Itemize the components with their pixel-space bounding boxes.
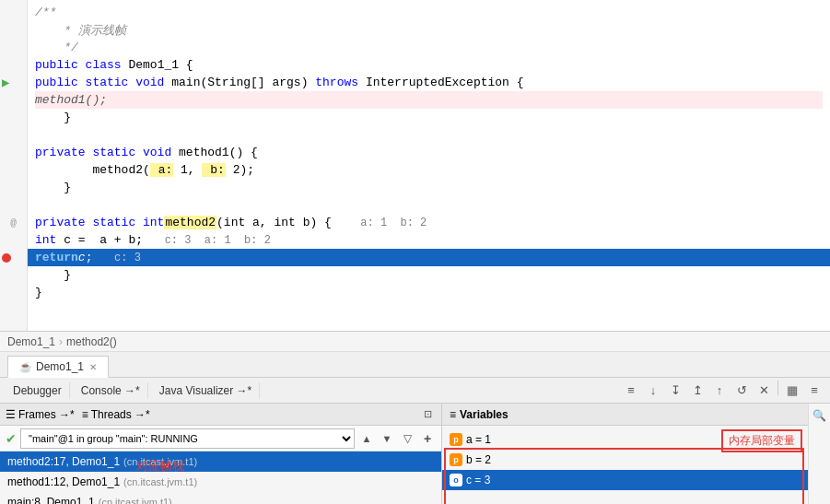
thread-running-icon: ✔ <box>6 431 17 446</box>
thread-down-btn[interactable]: ▼ <box>379 430 395 447</box>
thread-selector-row: ✔ "main"@1 in group "main": RUNNING ▲ ▼ … <box>0 426 441 451</box>
gutter-line-0 <box>0 4 27 21</box>
var-label-0: a = 1 <box>466 433 491 446</box>
thread-up-btn[interactable]: ▲ <box>358 430 375 447</box>
frames-label: Frames →* <box>18 408 75 421</box>
breadcrumb-part1: Demo1_1 <box>7 335 55 348</box>
gutter-line-11 <box>0 196 27 214</box>
toolbar-btn-stop[interactable]: ✕ <box>754 381 774 401</box>
variables-list: pa = 1pb = 2oc = 3 <box>442 426 830 504</box>
tab-java-visualizer[interactable]: Java Visualizer →* <box>152 382 261 399</box>
frame-item-0[interactable]: method2:17, Demo1_1 (cn.itcast.jvm.t1) <box>0 451 441 472</box>
gutter-line-3 <box>0 56 27 74</box>
code-line-4: public static void main(String[] args) t… <box>35 74 823 91</box>
gutter-line-15 <box>0 266 27 284</box>
gutter-line-12: @ <box>0 214 27 231</box>
visualizer-tab-label: Java Visualizer →* <box>159 384 252 397</box>
thread-filter-btn[interactable]: ▽ <box>399 430 415 447</box>
code-line-16: } <box>35 284 823 301</box>
breadcrumb-part2: method2() <box>66 335 117 348</box>
var-item-1[interactable]: pb = 2 <box>442 450 830 470</box>
gutter-line-8 <box>0 144 27 161</box>
thread-dropdown[interactable]: "main"@1 in group "main": RUNNING <box>20 428 355 449</box>
code-line-1: * 演示线帧 <box>35 21 823 39</box>
toolbar-sep <box>777 381 778 395</box>
threads-icon: ≡ <box>82 408 88 421</box>
frames-header: ☰ Frames →* ≡ Threads →* ⊡ <box>0 404 441 426</box>
panel-content: ☰ Frames →* ≡ Threads →* ⊡ ✔ "main"@1 in… <box>0 404 830 504</box>
editor-area: ▶@ /** * 演示线帧 */public class Demo1_1 { p… <box>0 0 830 332</box>
frames-expand-btn[interactable]: ⊡ <box>419 406 436 423</box>
toolbar-btn-settings[interactable]: ≡ <box>804 381 824 401</box>
tab-console[interactable]: Console →* <box>74 382 148 399</box>
frames-list: method2:17, Demo1_1 (cn.itcast.jvm.t1)me… <box>0 451 441 504</box>
code-line-9: method2( a: 1, b: 2); <box>35 161 823 179</box>
thread-plus-btn[interactable]: + <box>419 430 436 447</box>
var-item-2[interactable]: oc = 3 <box>442 470 830 490</box>
threads-tab[interactable]: ≡ Threads →* <box>82 408 150 421</box>
breadcrumb: Demo1_1 › method2() <box>0 332 830 352</box>
tab-demo1[interactable]: ☕ Demo1_1 ✕ <box>7 356 109 378</box>
toolbar-btn-step-out[interactable]: ↥ <box>687 381 707 401</box>
code-line-13: int c = a + b; c: 3 a: 1 b: 2 <box>35 231 823 249</box>
variables-panel: ≡ Variables pa = 1pb = 2oc = 3 内存局部变量 🔍 <box>442 404 830 504</box>
var-label-2: c = 3 <box>466 474 490 486</box>
frames-icon: ☰ <box>6 408 16 421</box>
variables-header: ≡ Variables <box>442 404 830 426</box>
toolbar-btn-grid[interactable]: ▦ <box>782 381 802 401</box>
toolbar-btn-evaluate[interactable]: ↺ <box>731 381 752 401</box>
code-line-7 <box>35 126 823 144</box>
frames-panel: ☰ Frames →* ≡ Threads →* ⊡ ✔ "main"@1 in… <box>0 404 442 504</box>
code-line-8: private static void method1() { <box>35 144 823 161</box>
frame-item-1[interactable]: method1:12, Demo1_1 (cn.itcast.jvm.t1) <box>0 472 441 492</box>
toolbar-btn-run-cursor[interactable]: ↑ <box>709 381 730 401</box>
breadcrumb-sep: › <box>59 335 63 348</box>
debugger-panel: Debugger Console →* Java Visualizer →* ≡… <box>0 378 830 504</box>
gutter-line-1 <box>0 21 27 39</box>
code-line-11 <box>35 196 823 214</box>
tab-close-icon[interactable]: ✕ <box>89 362 97 372</box>
code-line-12: private static int method2(int a, int b)… <box>35 214 823 231</box>
console-tab-label: Console →* <box>81 384 140 397</box>
code-line-14: return c; c: 3 <box>28 249 830 266</box>
gutter-line-7 <box>0 126 27 144</box>
variables-icon: ≡ <box>450 408 456 421</box>
var-item-0[interactable]: pa = 1 <box>442 429 830 450</box>
variables-label: Variables <box>460 408 509 421</box>
code-line-5: method1(); <box>35 91 823 109</box>
threads-label: Threads →* <box>91 408 150 421</box>
toolbar-btn-step-over[interactable]: ↓ <box>643 381 663 401</box>
tab-label: Demo1_1 <box>36 360 84 373</box>
debugger-toolbar: Debugger Console →* Java Visualizer →* ≡… <box>0 378 830 404</box>
code-line-10: } <box>35 179 823 196</box>
gutter-line-9 <box>0 161 27 179</box>
gutter-line-6 <box>0 109 27 126</box>
gutter-line-16 <box>0 284 27 301</box>
line-gutter: ▶@ <box>0 0 28 331</box>
debugger-tab-label: Debugger <box>13 384 62 397</box>
code-content[interactable]: /** * 演示线帧 */public class Demo1_1 { publ… <box>28 0 830 331</box>
variables-right-sidebar: 🔍 <box>808 404 830 504</box>
java-file-icon: ☕ <box>19 361 32 373</box>
gutter-line-4: ▶ <box>0 74 27 91</box>
tab-debugger[interactable]: Debugger <box>6 382 70 399</box>
code-line-0: /** <box>35 4 823 21</box>
var-label-1: b = 2 <box>466 453 491 466</box>
toolbar-btn-menu[interactable]: ≡ <box>621 381 641 401</box>
code-line-3: public class Demo1_1 { <box>35 56 823 74</box>
toolbar-btn-step-into[interactable]: ↧ <box>665 381 685 401</box>
gutter-line-13 <box>0 231 27 249</box>
code-line-6: } <box>35 109 823 126</box>
frame-item-2[interactable]: main:8, Demo1_1 (cn.itcast.jvm.t1) <box>0 492 441 504</box>
frames-tab[interactable]: ☰ Frames →* <box>6 408 75 421</box>
gutter-line-5 <box>0 91 27 109</box>
code-line-2: */ <box>35 39 823 56</box>
code-line-15: } <box>35 266 823 284</box>
gutter-line-2 <box>0 39 27 56</box>
gutter-line-10 <box>0 179 27 196</box>
gutter-line-14 <box>0 249 27 266</box>
editor-tab-bar: ☕ Demo1_1 ✕ <box>0 352 830 378</box>
search-icon[interactable]: 🔍 <box>812 407 828 424</box>
